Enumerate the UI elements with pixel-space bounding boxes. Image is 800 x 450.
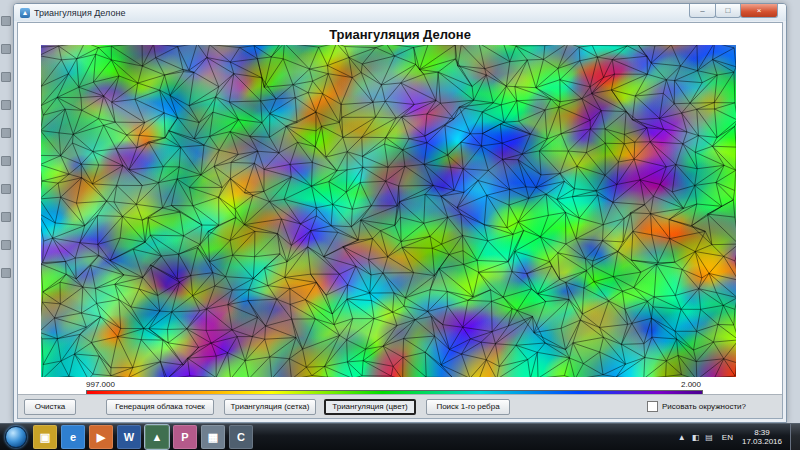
button-panel: Очистка Генерация облака точек Триангуля…: [18, 394, 782, 418]
dock-icon[interactable]: [1, 100, 11, 110]
clock-time: 8:39: [742, 428, 782, 437]
tray-show-hidden-icon[interactable]: ▲: [678, 433, 686, 442]
find-first-edge-button[interactable]: Поиск 1-го ребра: [426, 399, 510, 415]
minimize-button[interactable]: –: [689, 4, 716, 18]
desktop-dock: [1, 16, 12, 278]
media-player-icon[interactable]: ▶: [89, 425, 113, 449]
window-title: Триангуляция Делоне: [34, 8, 125, 18]
colorbar-min-label: 997.000: [86, 380, 115, 389]
show-desktop-button[interactable]: [790, 424, 800, 450]
dock-icon[interactable]: [1, 16, 11, 26]
taskbar-apps: ▣e▶W▲P▦C: [33, 425, 253, 449]
calculator-icon[interactable]: C: [229, 425, 253, 449]
draw-circles-checkbox-group[interactable]: Рисовать окружности?: [647, 401, 746, 412]
colorbar-labels: 997.000 2.000: [86, 380, 701, 389]
draw-circles-checkbox[interactable]: [647, 401, 658, 412]
dock-icon[interactable]: [1, 212, 11, 222]
app-icon: ▲: [20, 8, 30, 18]
explorer-icon[interactable]: ▣: [33, 425, 57, 449]
close-button[interactable]: ×: [740, 4, 778, 18]
word-icon[interactable]: W: [117, 425, 141, 449]
window-controls: – □ ×: [690, 4, 778, 18]
clock[interactable]: 8:39 17.03.2016: [742, 428, 782, 446]
dock-icon[interactable]: [1, 72, 11, 82]
paint-icon[interactable]: P: [173, 425, 197, 449]
draw-circles-label: Рисовать окружности?: [662, 402, 746, 411]
page-title: Триангуляция Делоне: [18, 27, 782, 42]
taskbar: ▣e▶W▲P▦C ▲ ◧ ▤ EN 8:39 17.03.2016: [0, 423, 800, 450]
system-tray: ▲ ◧ ▤ EN 8:39 17.03.2016: [678, 424, 800, 450]
colorbar-max-label: 2.000: [681, 380, 701, 389]
dock-icon[interactable]: [1, 268, 11, 278]
generate-points-button[interactable]: Генерация облака точек: [106, 399, 214, 415]
client-area: Триангуляция Делоне 997.000 2.000 Очистк…: [17, 22, 783, 419]
dock-icon[interactable]: [1, 240, 11, 250]
clear-button[interactable]: Очистка: [24, 399, 76, 415]
clock-date: 17.03.2016: [742, 437, 782, 446]
tray-status-icon-2[interactable]: ▤: [705, 433, 713, 442]
maximize-button[interactable]: □: [715, 4, 741, 18]
mesh-canvas: [41, 45, 736, 377]
browser-icon[interactable]: e: [61, 425, 85, 449]
dock-icon[interactable]: [1, 184, 11, 194]
dock-icon[interactable]: [1, 156, 11, 166]
notepad-icon[interactable]: ▦: [201, 425, 225, 449]
app-window: ▲ Триангуляция Делоне – □ × Триангуляция…: [13, 3, 787, 423]
triangulation-grid-button[interactable]: Триангуляция (сетка): [224, 399, 316, 415]
triangulation-color-button[interactable]: Триангуляция (цвет): [324, 399, 416, 415]
dock-icon[interactable]: [1, 128, 11, 138]
triangulation-app-icon[interactable]: ▲: [145, 425, 169, 449]
title-bar[interactable]: ▲ Триангуляция Делоне: [14, 4, 786, 21]
dock-icon[interactable]: [1, 44, 11, 54]
tray-status-icon-1[interactable]: ◧: [692, 433, 700, 442]
language-indicator[interactable]: EN: [719, 432, 736, 443]
start-button[interactable]: [5, 426, 27, 448]
